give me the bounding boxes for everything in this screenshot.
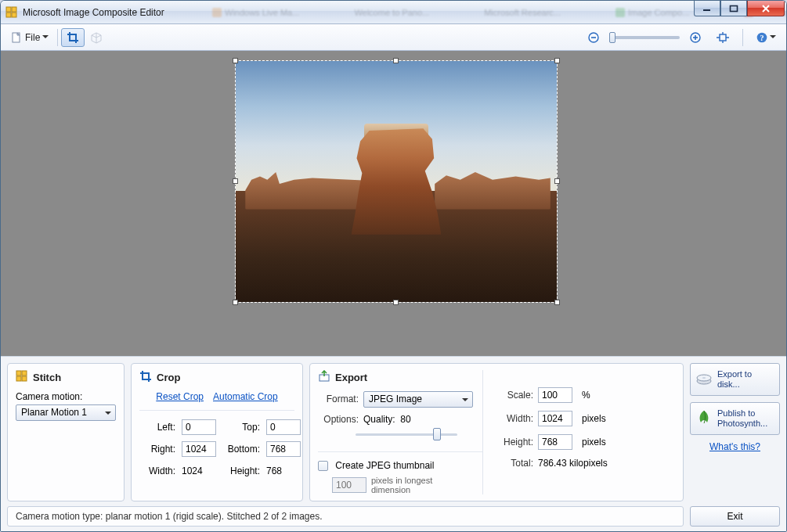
zoom-slider[interactable] <box>609 36 680 39</box>
total-label: Total: <box>497 458 533 469</box>
zoom-slider-thumb[interactable] <box>609 32 616 43</box>
quality-slider-thumb[interactable] <box>433 428 441 440</box>
status-bar: Camera motion type: planar motion 1 (rig… <box>7 506 684 527</box>
quality-slider[interactable] <box>356 428 457 440</box>
maximize-button[interactable] <box>720 1 747 16</box>
zoom-in-icon <box>690 32 701 43</box>
publish-label: Publish to Photosynth... <box>717 408 774 428</box>
scale-unit: % <box>582 390 672 401</box>
whats-this-link[interactable]: What's this? <box>709 441 760 452</box>
thumbnail-label: Create JPEG thumbnail <box>335 460 434 471</box>
file-menu-button[interactable]: File <box>5 28 54 47</box>
thumbnail-checkbox[interactable] <box>318 461 328 471</box>
exit-button[interactable]: Exit <box>690 506 780 527</box>
svg-rect-5 <box>731 5 738 11</box>
app-icon <box>5 6 18 19</box>
crop-bottom-label: Bottom: <box>224 444 263 455</box>
crop-handle-bm[interactable] <box>393 300 399 305</box>
file-icon <box>11 32 22 43</box>
svg-rect-8 <box>591 37 596 38</box>
crop-handle-tl[interactable] <box>233 58 238 63</box>
camera-motion-value: Planar Motion 1 <box>21 407 87 418</box>
export-width-input[interactable] <box>538 411 572 426</box>
crop-top-label: Top: <box>224 422 263 433</box>
crop-bottom-input[interactable] <box>266 441 301 457</box>
crop-handle-br[interactable] <box>554 300 560 305</box>
svg-rect-2 <box>6 13 11 17</box>
svg-rect-1 <box>12 7 16 12</box>
format-value: JPEG Image <box>369 394 422 404</box>
crop-left-input[interactable] <box>182 419 216 435</box>
format-label: Format: <box>318 394 359 404</box>
crop-height-label: Height: <box>224 466 263 476</box>
crop-handle-bl[interactable] <box>233 300 238 305</box>
svg-rect-16 <box>22 371 27 376</box>
window-title: Microsoft Image Composite Editor <box>23 7 164 18</box>
format-select[interactable]: JPEG Image <box>363 391 473 408</box>
chevron-down-icon <box>770 35 776 39</box>
reset-crop-link[interactable]: Reset Crop <box>156 391 204 402</box>
crop-top-input[interactable] <box>266 419 301 435</box>
status-text: Camera motion type: planar motion 1 (rig… <box>16 511 323 522</box>
canvas-area[interactable] <box>1 51 786 356</box>
close-button[interactable] <box>747 1 785 16</box>
crop-right-input[interactable] <box>182 441 216 457</box>
cube-icon <box>90 31 103 44</box>
pixels-unit-2: pixels <box>582 437 672 448</box>
zoom-in-button[interactable] <box>684 28 706 47</box>
svg-rect-4 <box>703 9 710 11</box>
crop-icon <box>139 370 152 385</box>
app-window: Microsoft Image Composite Editor Windows… <box>0 0 787 532</box>
export-to-disk-button[interactable]: Export to disk... <box>690 363 780 396</box>
export-height-label: Height: <box>497 437 533 448</box>
exit-label: Exit <box>727 511 742 522</box>
automatic-crop-link[interactable]: Automatic Crop <box>213 391 278 402</box>
crop-handle-ml[interactable] <box>233 178 238 184</box>
stitch-group: Stitch Camera motion: Planar Motion 1 <box>7 363 125 501</box>
chevron-down-icon <box>42 35 49 39</box>
crop-width-label: Width: <box>139 466 179 476</box>
crop-icon <box>67 31 79 44</box>
thumbnail-suffix: pixels in longest dimension <box>371 476 457 494</box>
help-icon: ? <box>756 32 767 43</box>
scale-input[interactable] <box>538 387 572 403</box>
camera-motion-select[interactable]: Planar Motion 1 <box>16 404 116 421</box>
crop-tool-button[interactable] <box>61 28 85 47</box>
export-group: Export Format: JPEG Image Options: Quali… <box>309 363 684 501</box>
svg-rect-3 <box>12 13 16 17</box>
svg-rect-15 <box>16 371 21 376</box>
zoom-out-button[interactable] <box>583 28 605 47</box>
svg-rect-17 <box>16 376 21 381</box>
minimize-button[interactable] <box>694 1 720 16</box>
quality-value: 80 <box>400 414 410 425</box>
thumbnail-size-input <box>332 477 366 493</box>
svg-rect-12 <box>720 34 726 41</box>
crop-handle-tr[interactable] <box>554 58 560 63</box>
publish-photosynth-button[interactable]: Publish to Photosynth... <box>690 402 780 435</box>
export-width-label: Width: <box>497 413 533 424</box>
crop-heading: Crop <box>157 372 180 383</box>
crop-frame[interactable] <box>235 60 558 303</box>
export-height-input[interactable] <box>538 434 572 450</box>
photosynth-icon <box>695 408 713 428</box>
scale-label: Scale: <box>497 390 533 401</box>
separator <box>57 29 58 46</box>
titlebar[interactable]: Microsoft Image Composite Editor Windows… <box>1 1 786 24</box>
export-heading: Export <box>335 372 367 383</box>
crop-handle-mr[interactable] <box>554 178 560 184</box>
svg-point-22 <box>702 377 706 379</box>
svg-rect-18 <box>22 376 27 381</box>
quality-label: Quality: <box>363 414 395 425</box>
separator <box>742 29 743 46</box>
help-button[interactable]: ? <box>751 28 782 47</box>
total-value: 786.43 kilopixels <box>538 458 672 469</box>
stitch-icon <box>16 370 28 385</box>
cube-tool-button <box>85 28 108 47</box>
disk-icon <box>695 369 713 389</box>
crop-handle-tm[interactable] <box>393 58 399 63</box>
export-icon <box>318 370 330 385</box>
stitched-image <box>236 61 557 302</box>
fit-screen-button[interactable] <box>711 28 735 47</box>
right-actions: Export to disk... Publish to Photosynth.… <box>690 363 780 501</box>
bottom-panel: Stitch Camera motion: Planar Motion 1 Cr… <box>1 356 786 531</box>
